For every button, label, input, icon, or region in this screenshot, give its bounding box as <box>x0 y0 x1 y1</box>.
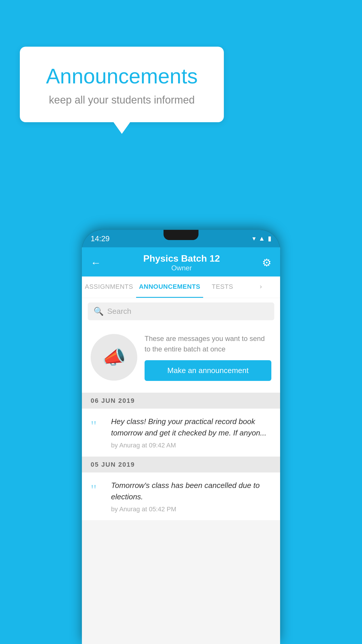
phone-frame: 14:29 ▾ ▲ ▮ ← Physics Batch 12 Owner ⚙ A… <box>82 230 280 644</box>
search-bar-container: 🔍 Search <box>82 298 280 325</box>
cta-description: These are messages you want to send to t… <box>145 333 271 354</box>
quote-icon-2: " <box>91 481 105 498</box>
status-bar: 14:29 ▾ ▲ ▮ <box>82 230 280 247</box>
status-icons: ▾ ▲ ▮ <box>252 235 271 242</box>
cta-right: These are messages you want to send to t… <box>145 333 271 381</box>
settings-button[interactable]: ⚙ <box>262 257 271 269</box>
header-title-group: Physics Batch 12 Owner <box>101 253 262 272</box>
announcement-text-1: Hey class! Bring your practical record b… <box>111 416 271 439</box>
tab-tests[interactable]: TESTS <box>203 276 242 298</box>
tabs-container: ASSIGNMENTS ANNOUNCEMENTS TESTS › <box>82 276 280 298</box>
back-button[interactable]: ← <box>91 257 101 269</box>
announcement-text-2: Tomorrow's class has been cancelled due … <box>111 480 271 503</box>
speech-bubble: Announcements keep all your students inf… <box>20 47 224 122</box>
tab-more[interactable]: › <box>242 276 280 298</box>
quote-icon-1: " <box>91 417 105 434</box>
announcement-content-2: Tomorrow's class has been cancelled due … <box>111 480 271 513</box>
app-content: 🔍 Search 📣 These are messages you want t… <box>82 298 280 644</box>
cta-card: 📣 These are messages you want to send to… <box>82 325 280 393</box>
batch-subtitle: Owner <box>101 264 262 272</box>
speech-bubble-subtitle: keep all your students informed <box>34 94 209 106</box>
announcement-meta-1: by Anurag at 09:42 AM <box>111 442 271 449</box>
cta-icon-circle: 📣 <box>91 334 137 381</box>
date-separator-june-6: 06 JUN 2019 <box>82 393 280 409</box>
search-icon: 🔍 <box>94 307 104 316</box>
batch-title: Physics Batch 12 <box>101 253 262 264</box>
speech-bubble-container: Announcements keep all your students inf… <box>20 47 224 122</box>
status-time: 14:29 <box>91 234 110 243</box>
notch <box>164 230 198 240</box>
signal-icon: ▲ <box>259 235 265 242</box>
announcement-item-2: " Tomorrow's class has been cancelled du… <box>82 473 280 521</box>
announcement-item-1: " Hey class! Bring your practical record… <box>82 409 280 457</box>
search-input-wrapper[interactable]: 🔍 Search <box>88 302 274 320</box>
battery-icon: ▮ <box>268 235 271 242</box>
search-placeholder-text: Search <box>107 307 131 316</box>
announcement-content-1: Hey class! Bring your practical record b… <box>111 416 271 449</box>
announcement-meta-2: by Anurag at 05:42 PM <box>111 505 271 513</box>
phone-inner: ← Physics Batch 12 Owner ⚙ ASSIGNMENTS A… <box>82 247 280 644</box>
make-announcement-button[interactable]: Make an announcement <box>145 360 271 381</box>
speech-bubble-title: Announcements <box>34 64 209 88</box>
megaphone-icon: 📣 <box>102 346 126 368</box>
tab-announcements[interactable]: ANNOUNCEMENTS <box>136 276 203 298</box>
wifi-icon: ▾ <box>252 235 256 242</box>
tab-assignments[interactable]: ASSIGNMENTS <box>82 276 136 298</box>
app-header: ← Physics Batch 12 Owner ⚙ <box>82 247 280 276</box>
date-separator-june-5: 05 JUN 2019 <box>82 457 280 473</box>
